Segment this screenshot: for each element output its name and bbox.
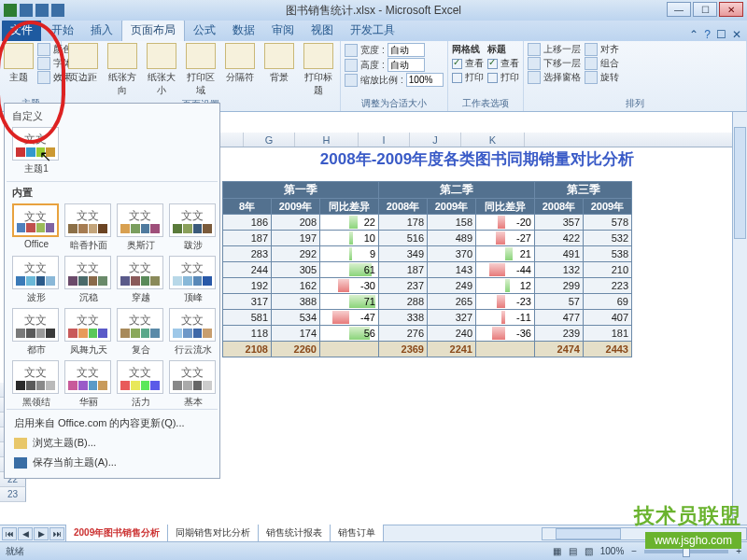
theme-item-5[interactable]: 文文沉稳 [64,256,113,304]
excel-icon [4,4,17,17]
send-backward-icon [528,57,541,70]
height-input[interactable] [388,58,425,72]
background-button[interactable]: 背景 [261,43,297,84]
quick-access-toolbar[interactable] [4,4,64,17]
sheet-tab-3[interactable]: 销售统计报表 [258,525,331,542]
group-icon [585,57,598,70]
view-normal-icon[interactable]: ▦ [553,546,561,556]
print-area-button[interactable]: 打印区域 [183,43,218,97]
sheet-tab-2[interactable]: 同期销售对比分析 [167,525,259,542]
undo-icon[interactable] [35,4,49,17]
margins-icon [68,43,98,69]
size-button[interactable]: 纸张大小 [144,43,179,97]
zoom-out-button[interactable]: − [631,546,637,556]
theme-item-14[interactable]: 文文活力 [117,360,165,409]
window-restore-icon[interactable]: ☐ [716,28,726,41]
close-workbook-icon[interactable]: ✕ [732,28,741,41]
breaks-button[interactable]: 分隔符 [222,43,258,84]
theme-item-7[interactable]: 文文顶峰 [169,256,218,304]
theme-item-10[interactable]: 文文复合 [117,308,165,357]
rotate-button[interactable]: 旋转 [585,71,619,84]
tab-view[interactable]: 视图 [303,20,342,41]
selection-pane-button[interactable]: 选择窗格 [528,71,581,84]
sheet-tab-1[interactable]: 2009年图书销售分析 [65,525,168,542]
width-input[interactable] [388,43,425,57]
theme-item-4[interactable]: 文文波形 [12,256,61,304]
themes-button[interactable]: 主题 [4,43,34,84]
minimize-button[interactable]: — [667,2,691,17]
group-button[interactable]: 组合 [585,57,619,70]
theme-item-1[interactable]: 文文暗香扑面 [64,203,113,252]
theme-item-13[interactable]: 文文华丽 [64,360,113,409]
theme-item-8[interactable]: 文文都市 [12,308,61,357]
window-title: 图书销售统计.xlsx - Microsoft Excel [286,3,461,19]
data-table: 第一季第二季第三季8年2009年同比差异2008年2009年同比差异2008年2… [222,181,632,357]
tab-developer[interactable]: 开发工具 [342,20,403,41]
close-button[interactable]: ✕ [719,2,743,17]
orientation-button[interactable]: 纸张方向 [105,43,140,97]
theme-item-11[interactable]: 文文行云流水 [169,308,218,357]
checkbox-icon [452,59,462,69]
gridlines-view-check[interactable]: 查看 [452,57,484,70]
zoom-slider[interactable] [644,550,728,553]
bring-forward-button[interactable]: 上移一层 [528,43,581,56]
rotate-icon [585,71,598,84]
theme-item-9[interactable]: 文文凤舞九天 [64,308,113,357]
sheet-nav-next[interactable]: ▶ [34,527,49,540]
watermark-text: 技术员联盟 [634,502,741,530]
size-icon [147,43,176,69]
minimize-ribbon-icon[interactable]: ⌃ [689,28,698,41]
sheet-nav-last[interactable]: ⏭ [49,527,64,540]
view-break-icon[interactable]: ▧ [585,546,593,556]
print-titles-button[interactable]: 打印标题 [301,43,336,97]
tab-review[interactable]: 审阅 [263,20,303,41]
zoom-level[interactable]: 100% [600,546,625,556]
sheet-nav-first[interactable]: ⏮ [2,527,17,540]
theme-item-15[interactable]: 文文基本 [169,360,218,409]
fonts-icon [37,57,50,70]
scale-ratio-row: 缩放比例: [345,73,444,87]
maximize-button[interactable]: ☐ [693,2,717,17]
redo-icon[interactable] [51,4,64,17]
tab-home[interactable]: 开始 [43,20,82,41]
themes-icon [4,43,34,69]
gallery-save-theme[interactable]: 保存当前主题(A)... [7,453,218,472]
tab-page-layout[interactable]: 页面布局 [121,19,185,41]
theme-item-2[interactable]: 文文奥斯汀 [117,203,165,252]
theme-custom-1[interactable]: 文文 主题1 [12,127,61,175]
gallery-office-update[interactable]: 启用来自 Office.com 的内容更新(Q)... [7,413,218,433]
height-icon [345,59,358,72]
width-icon [345,44,358,57]
align-button[interactable]: 对齐 [585,43,619,56]
scrollbar-thumb[interactable] [556,528,621,539]
gallery-browse-themes[interactable]: 浏览主题(B)... [7,433,218,453]
help-icon[interactable]: ? [704,28,711,41]
tab-formulas[interactable]: 公式 [185,20,224,41]
folder-icon [14,438,27,449]
watermark-url: www.jsgho.com [645,532,741,549]
send-backward-button[interactable]: 下移一层 [528,57,581,70]
sheet-tab-4[interactable]: 销售订单 [330,525,384,542]
gridlines-print-check[interactable]: 打印 [452,71,484,84]
theme-item-3[interactable]: 文文跋涉 [169,203,218,252]
breaks-icon [225,43,255,69]
gallery-section-custom: 自定义 [7,105,218,127]
tab-data[interactable]: 数据 [224,20,263,41]
margins-button[interactable]: 页边距 [65,43,101,84]
status-ready: 就绪 [6,545,24,558]
theme-item-0[interactable]: 文文Office [12,203,61,252]
sheet-nav-prev[interactable]: ◀ [18,527,33,540]
tab-insert[interactable]: 插入 [82,20,121,41]
themes-gallery: 自定义 文文 主题1 内置 文文Office文文暗香扑面文文奥斯汀文文跋涉文文波… [4,103,220,479]
selection-pane-icon [528,71,541,84]
headings-print-check[interactable]: 打印 [487,71,519,84]
scale-input[interactable] [406,73,444,87]
theme-item-12[interactable]: 文文黑领结 [12,360,61,409]
theme-item-6[interactable]: 文文穿越 [117,256,165,304]
save-icon[interactable] [20,4,33,17]
headings-view-check[interactable]: 查看 [487,57,519,70]
scrollbar-thumb[interactable] [734,127,746,239]
tab-file[interactable]: 文件 [2,20,41,41]
view-layout-icon[interactable]: ▤ [569,546,577,556]
vertical-scrollbar[interactable] [732,112,747,525]
